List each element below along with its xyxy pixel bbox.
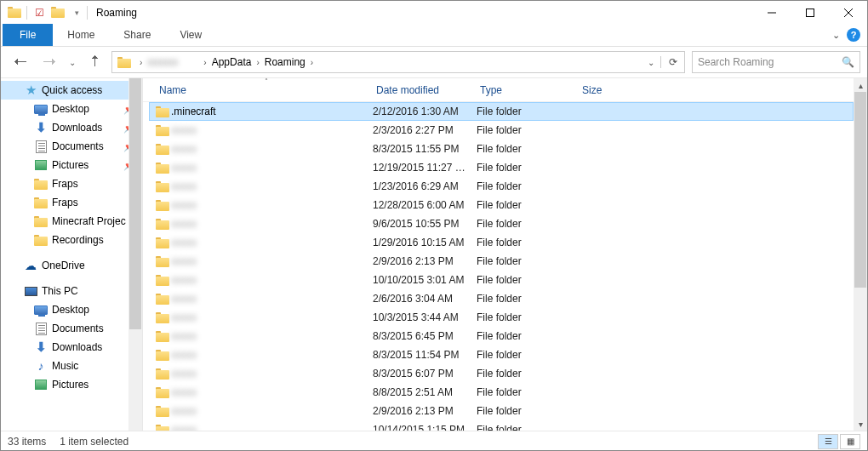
- sidebar-item[interactable]: ▸⬇Downloads📌: [1, 118, 142, 137]
- file-name: xxxxx: [171, 274, 373, 286]
- file-name: .minecraft: [171, 106, 373, 117]
- sidebar-item[interactable]: ▸♪Music: [1, 357, 142, 375]
- desktop-icon: [33, 305, 49, 315]
- table-row[interactable]: xxxxx10/14/2015 1:15 PMFile folder: [149, 420, 854, 431]
- table-row[interactable]: xxxxx2/3/2016 2:27 PMFile folder: [149, 121, 854, 140]
- table-row[interactable]: xxxxx12/19/2015 11:27 …File folder: [149, 158, 854, 177]
- file-type: File folder: [477, 424, 579, 431]
- sidebar-item[interactable]: ▸Pictures: [1, 375, 142, 394]
- table-row[interactable]: xxxxx8/3/2015 6:07 PMFile folder: [149, 364, 854, 383]
- address-dropdown-icon[interactable]: ⌄: [640, 58, 660, 67]
- crumb-sep[interactable]: ›: [253, 58, 262, 67]
- sidebar-item[interactable]: ▸☁OneDrive: [1, 256, 142, 275]
- close-button[interactable]: [829, 1, 867, 24]
- file-name: xxxxx: [171, 237, 373, 248]
- sidebar-item[interactable]: ▸Desktop: [1, 300, 142, 319]
- ribbon-tabs: File HomeShareView ⌄ ?: [1, 24, 867, 47]
- sidebar-item[interactable]: ▸Recordings: [1, 231, 142, 249]
- ribbon-tab-home[interactable]: Home: [53, 24, 109, 46]
- crumb-sep[interactable]: ›: [200, 58, 209, 67]
- ribbon-tab-view[interactable]: View: [165, 24, 216, 46]
- file-type: File folder: [477, 143, 579, 155]
- table-row[interactable]: .minecraft2/12/2016 1:30 AMFile folder: [149, 102, 854, 121]
- document-icon: [33, 323, 49, 335]
- back-button[interactable]: 🠐: [8, 51, 33, 73]
- col-size[interactable]: Size: [579, 78, 630, 101]
- table-row[interactable]: xxxxx10/10/2015 3:01 AMFile folder: [149, 271, 854, 289]
- sidebar-item[interactable]: ▸Fraps: [1, 193, 142, 212]
- qat-divider: [26, 6, 27, 20]
- breadcrumb[interactable]: xxxxxx: [146, 52, 200, 72]
- breadcrumb[interactable]: AppData: [210, 52, 254, 72]
- table-row[interactable]: xxxxx2/9/2016 2:13 PMFile folder: [149, 252, 854, 271]
- recent-chevron-icon[interactable]: ⌄: [66, 51, 79, 73]
- scroll-thumb[interactable]: [854, 92, 866, 288]
- ribbon-chevron-icon[interactable]: ⌄: [832, 30, 840, 41]
- sidebar-item[interactable]: ▸⬇Downloads: [1, 338, 142, 357]
- sidebar-item[interactable]: ▸Documents: [1, 319, 142, 338]
- up-button[interactable]: 🠑: [83, 51, 108, 73]
- icons-view-button[interactable]: ▦: [840, 434, 860, 449]
- folder-icon: [156, 144, 171, 155]
- refresh-button[interactable]: ⟳: [660, 56, 684, 68]
- file-name: xxxxx: [171, 349, 373, 361]
- qat-properties-icon[interactable]: ☑: [31, 4, 48, 21]
- crumb-sep[interactable]: ›: [307, 58, 317, 67]
- folder-icon: [156, 294, 171, 305]
- scroll-up-icon[interactable]: ▴: [854, 78, 867, 92]
- folder-icon: [33, 179, 49, 190]
- table-row[interactable]: xxxxx1/23/2016 6:29 AMFile folder: [149, 177, 854, 196]
- table-row[interactable]: xxxxx9/6/2015 10:55 PMFile folder: [149, 214, 854, 233]
- table-row[interactable]: xxxxx8/8/2015 2:51 AMFile folder: [149, 383, 854, 402]
- sidebar-scrollbar[interactable]: [128, 78, 142, 431]
- sidebar-item[interactable]: ▸Desktop📌: [1, 100, 142, 118]
- sidebar-item[interactable]: ▸Documents📌: [1, 137, 142, 156]
- ribbon-tab-share[interactable]: Share: [109, 24, 165, 46]
- sidebar-item[interactable]: ▸Fraps: [1, 174, 142, 193]
- svg-rect-1: [806, 9, 814, 16]
- qat-chevron-icon[interactable]: ▾: [68, 4, 85, 21]
- navigation-pane[interactable]: ▸★Quick access▸Desktop📌▸⬇Downloads📌▸Docu…: [1, 78, 143, 431]
- file-date: 10/10/2015 3:01 AM: [373, 274, 477, 286]
- col-name[interactable]: Name˄: [156, 78, 373, 101]
- table-row[interactable]: xxxxx2/9/2016 2:13 PMFile folder: [149, 402, 854, 420]
- details-view-button[interactable]: ☰: [818, 434, 838, 449]
- sidebar-item[interactable]: ▸This PC: [1, 282, 142, 300]
- picture-icon: [33, 380, 49, 390]
- scroll-down-icon[interactable]: ▾: [854, 417, 867, 431]
- sidebar-item-label: Minecraft Projec: [52, 215, 126, 227]
- folder-icon: [156, 331, 171, 342]
- sidebar-item[interactable]: ▸Minecraft Projec: [1, 212, 142, 231]
- search-input[interactable]: Search Roaming 🔍: [692, 51, 860, 73]
- sidebar-item[interactable]: ▸Pictures📌: [1, 156, 142, 174]
- crumb-sep[interactable]: ›: [136, 58, 146, 67]
- folder-icon: [33, 235, 49, 246]
- sidebar-item-label: Music: [52, 360, 78, 372]
- table-row[interactable]: xxxxx10/3/2015 3:44 AMFile folder: [149, 308, 854, 327]
- sidebar-item[interactable]: ▸★Quick access: [1, 81, 142, 100]
- file-name: xxxxx: [171, 311, 373, 323]
- minimize-button[interactable]: [752, 1, 791, 24]
- main-scrollbar[interactable]: ▴ ▾: [854, 78, 867, 431]
- table-row[interactable]: xxxxx8/3/2015 11:55 PMFile folder: [149, 140, 854, 158]
- qat-folder-icon[interactable]: [6, 4, 23, 21]
- sidebar-item-label: Pictures: [52, 159, 89, 171]
- file-name: xxxxx: [171, 293, 373, 305]
- address-folder-icon: [112, 57, 136, 68]
- file-date: 2/9/2016 2:13 PM: [373, 255, 477, 267]
- maximize-button[interactable]: [791, 1, 829, 24]
- file-tab[interactable]: File: [3, 24, 53, 46]
- help-button[interactable]: ?: [847, 28, 860, 42]
- table-row[interactable]: xxxxx1/29/2016 10:15 AMFile folder: [149, 233, 854, 252]
- table-row[interactable]: xxxxx2/6/2016 3:04 AMFile folder: [149, 289, 854, 308]
- table-row[interactable]: xxxxx12/28/2015 6:00 AMFile folder: [149, 196, 854, 214]
- qat-newfolder-icon[interactable]: [49, 4, 66, 21]
- col-type[interactable]: Type: [477, 78, 579, 101]
- forward-button[interactable]: 🠒: [37, 51, 62, 73]
- table-row[interactable]: xxxxx8/3/2015 6:45 PMFile folder: [149, 327, 854, 345]
- breadcrumb[interactable]: Roaming: [263, 52, 307, 72]
- col-date[interactable]: Date modified: [373, 78, 477, 101]
- file-date: 8/8/2015 2:51 AM: [373, 386, 477, 398]
- address-bar[interactable]: › xxxxxx›AppData›Roaming› ⌄ ⟳: [111, 51, 685, 73]
- table-row[interactable]: xxxxx8/3/2015 11:54 PMFile folder: [149, 345, 854, 364]
